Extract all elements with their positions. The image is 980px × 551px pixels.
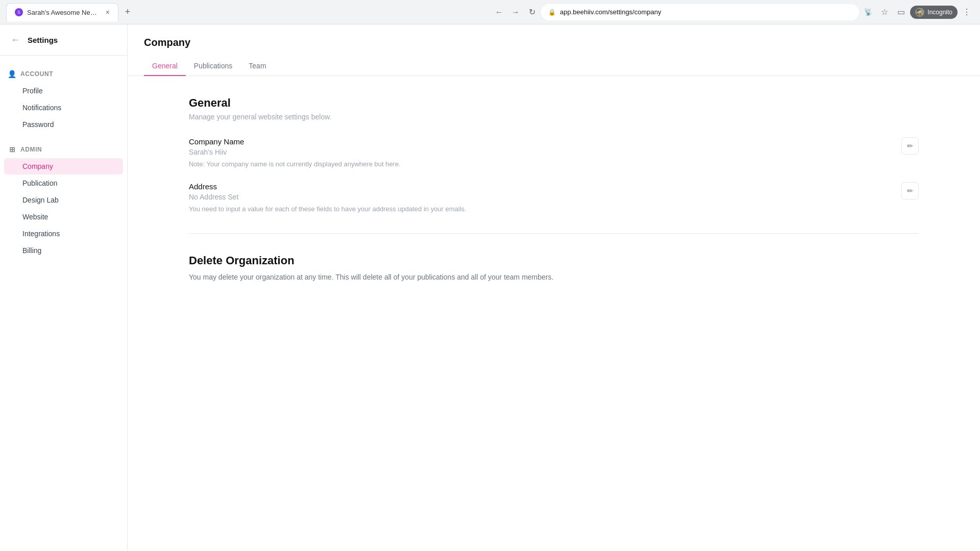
incognito-icon: 🕵 bbox=[915, 8, 924, 17]
account-section: 👤 Account Profile Notifications Password bbox=[0, 62, 127, 137]
sidebar-item-company[interactable]: Company bbox=[4, 158, 123, 174]
delete-section: Delete Organization You may delete your … bbox=[189, 254, 919, 283]
admin-section-header: ⊞ Admin bbox=[0, 141, 127, 158]
company-name-label: Company Name bbox=[189, 137, 889, 146]
app: ← Settings 👤 Account Profile Notificatio… bbox=[0, 24, 980, 551]
notifications-label: Notifications bbox=[22, 104, 61, 112]
tab-title: Sarah's Awesome Newsletter - b... bbox=[27, 9, 100, 16]
content-area: General Manage your general website sett… bbox=[128, 76, 980, 551]
sidebar-item-notifications[interactable]: Notifications bbox=[4, 99, 123, 116]
reload-button[interactable]: ↻ bbox=[525, 5, 539, 19]
address-note: You need to input a value for each of th… bbox=[189, 205, 889, 213]
sidebar: ← Settings 👤 Account Profile Notificatio… bbox=[0, 24, 128, 551]
back-button[interactable]: ← bbox=[492, 5, 506, 19]
sidebar-item-publication[interactable]: Publication bbox=[4, 175, 123, 191]
tab-bar: S Sarah's Awesome Newsletter - b... × + bbox=[6, 3, 488, 21]
edit-icon: ✏ bbox=[907, 142, 913, 150]
company-name-field-info: Company Name Sarah's Hiiv Note: Your com… bbox=[189, 137, 889, 168]
section-divider bbox=[189, 233, 919, 234]
general-section-subtitle: Manage your general website settings bel… bbox=[189, 113, 919, 121]
sidebar-item-integrations[interactable]: Integrations bbox=[4, 226, 123, 242]
main-content: Company General Publications Team Genera… bbox=[128, 24, 980, 551]
general-section: General Manage your general website sett… bbox=[189, 96, 919, 213]
sidebar-header: ← Settings bbox=[0, 33, 127, 56]
admin-icon: ⊞ bbox=[8, 145, 16, 154]
website-label: Website bbox=[22, 213, 48, 221]
sidebar-item-password[interactable]: Password bbox=[4, 116, 123, 133]
lock-icon: 🔒 bbox=[548, 9, 556, 16]
sidebar-item-billing[interactable]: Billing bbox=[4, 242, 123, 259]
address-field-row: Address No Address Set You need to input… bbox=[189, 182, 919, 213]
publication-label: Publication bbox=[22, 179, 58, 187]
menu-button[interactable]: ⋮ bbox=[960, 5, 974, 19]
account-section-header: 👤 Account bbox=[0, 66, 127, 82]
sidebar-item-website[interactable]: Website bbox=[4, 209, 123, 225]
admin-section-label: Admin bbox=[20, 146, 42, 153]
company-name-note: Note: Your company name is not currently… bbox=[189, 160, 889, 168]
url-text: app.beehiiv.com/settings/company bbox=[560, 8, 661, 16]
company-name-field-row: Company Name Sarah's Hiiv Note: Your com… bbox=[189, 137, 919, 168]
browser-actions: 📡 ☆ ▭ 🕵 Incognito ⋮ bbox=[861, 5, 974, 19]
browser-tab[interactable]: S Sarah's Awesome Newsletter - b... × bbox=[6, 3, 118, 21]
address-bar[interactable]: 🔒 app.beehiiv.com/settings/company bbox=[541, 4, 859, 20]
tab-team[interactable]: Team bbox=[240, 57, 274, 76]
page-title: Company bbox=[144, 37, 964, 48]
delete-section-title: Delete Organization bbox=[189, 254, 919, 267]
admin-section: ⊞ Admin Company Publication Design Lab W… bbox=[0, 137, 127, 263]
page-header: Company General Publications Team bbox=[128, 24, 980, 76]
company-name-edit-button[interactable]: ✏ bbox=[901, 137, 919, 155]
general-section-title: General bbox=[189, 96, 919, 110]
tab-publications[interactable]: Publications bbox=[186, 57, 241, 76]
sidebar-back-button[interactable]: ← bbox=[8, 33, 22, 47]
sidebar-item-profile[interactable]: Profile bbox=[4, 83, 123, 99]
password-label: Password bbox=[22, 120, 54, 129]
browser-chrome: S Sarah's Awesome Newsletter - b... × + … bbox=[0, 0, 980, 24]
company-name-value: Sarah's Hiiv bbox=[189, 148, 889, 156]
company-label: Company bbox=[22, 162, 53, 170]
integrations-label: Integrations bbox=[22, 230, 60, 238]
delete-section-subtitle: You may delete your organization at any … bbox=[189, 271, 919, 283]
tabs-bar: General Publications Team bbox=[144, 57, 964, 76]
forward-button[interactable]: → bbox=[508, 5, 523, 19]
address-field-info: Address No Address Set You need to input… bbox=[189, 182, 889, 213]
sidebar-title: Settings bbox=[28, 36, 58, 44]
design-lab-label: Design Lab bbox=[22, 196, 59, 204]
account-icon: 👤 bbox=[8, 70, 16, 78]
account-section-label: Account bbox=[20, 70, 53, 78]
address-edit-button[interactable]: ✏ bbox=[901, 182, 919, 199]
star-button[interactable]: ☆ bbox=[877, 5, 892, 19]
cast-button[interactable]: 📡 bbox=[861, 5, 875, 19]
incognito-label: Incognito bbox=[927, 9, 952, 16]
new-tab-button[interactable]: + bbox=[120, 5, 135, 19]
tab-favicon: S bbox=[15, 8, 23, 16]
tab-general[interactable]: General bbox=[144, 57, 186, 76]
edit-address-icon: ✏ bbox=[907, 187, 913, 195]
incognito-button[interactable]: 🕵 Incognito bbox=[910, 6, 958, 19]
address-label: Address bbox=[189, 182, 889, 191]
tab-close-button[interactable]: × bbox=[106, 9, 110, 16]
sidebar-toggle-button[interactable]: ▭ bbox=[894, 5, 908, 19]
address-value: No Address Set bbox=[189, 193, 889, 201]
sidebar-item-design-lab[interactable]: Design Lab bbox=[4, 192, 123, 208]
billing-label: Billing bbox=[22, 246, 41, 255]
profile-label: Profile bbox=[22, 87, 43, 95]
